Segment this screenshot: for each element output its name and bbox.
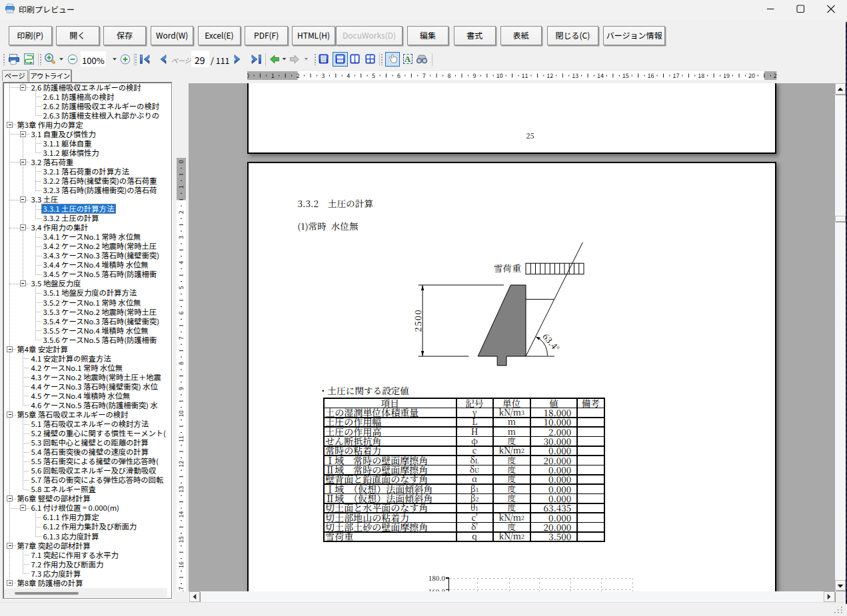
svg-text:19: 19: [723, 71, 730, 80]
svg-text:1: 1: [271, 71, 275, 80]
svg-text:14: 14: [597, 71, 604, 80]
svg-text:4: 4: [347, 71, 350, 80]
svg-text:20: 20: [748, 71, 755, 80]
svg-text:17: 17: [177, 587, 185, 591]
svg-text:4: 4: [177, 261, 185, 264]
svg-text:12: 12: [546, 71, 553, 80]
svg-text:18: 18: [698, 71, 704, 80]
svg-text:15: 15: [622, 71, 629, 80]
svg-text:15: 15: [177, 536, 185, 543]
svg-text:17: 17: [672, 71, 679, 80]
svg-text:7: 7: [177, 336, 185, 340]
svg-text:9: 9: [177, 387, 185, 390]
svg-text:10: 10: [177, 410, 185, 417]
svg-text:0: 0: [177, 160, 185, 164]
svg-text:2: 2: [177, 210, 185, 214]
svg-text:11: 11: [177, 436, 185, 442]
svg-text:3: 3: [177, 236, 185, 239]
svg-text:11: 11: [522, 71, 528, 80]
svg-text:8: 8: [448, 71, 451, 80]
svg-text:6: 6: [397, 71, 401, 80]
svg-text:10: 10: [496, 71, 503, 80]
svg-text:5: 5: [372, 71, 375, 80]
svg-text:16: 16: [177, 561, 185, 568]
svg-text:12: 12: [177, 461, 185, 467]
svg-text:1: 1: [177, 185, 185, 188]
svg-text:14: 14: [177, 511, 185, 517]
svg-text:63.4°: 63.4°: [540, 330, 562, 354]
svg-text:9: 9: [472, 71, 476, 80]
svg-text:2: 2: [297, 71, 300, 80]
svg-text:2500: 2500: [411, 309, 424, 332]
svg-text:13: 13: [572, 71, 578, 80]
svg-text:16: 16: [648, 71, 654, 80]
svg-text:8: 8: [177, 362, 185, 365]
svg-text:0: 0: [247, 71, 249, 80]
svg-text:3: 3: [321, 71, 325, 80]
svg-text:7: 7: [423, 71, 426, 80]
svg-text:6: 6: [177, 311, 185, 314]
svg-text:21: 21: [774, 71, 777, 80]
svg-text:5: 5: [177, 286, 185, 290]
svg-text:13: 13: [177, 486, 185, 493]
